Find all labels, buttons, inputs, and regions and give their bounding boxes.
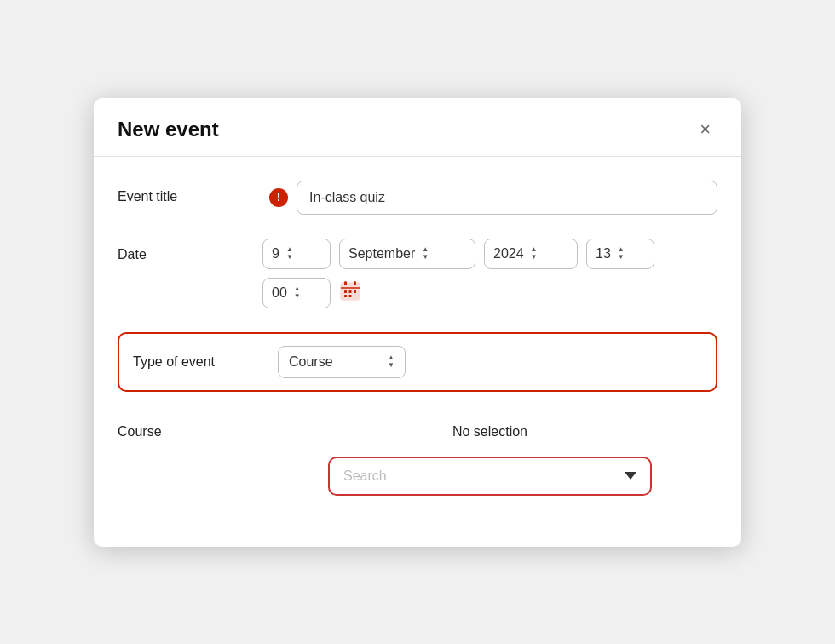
year-value: 2024 bbox=[493, 246, 524, 262]
close-button[interactable]: × bbox=[693, 117, 717, 142]
date-label: Date bbox=[118, 239, 262, 262]
event-title-row: Event title ! bbox=[118, 181, 717, 215]
hour-spinner[interactable]: 13 ▲ ▼ bbox=[586, 239, 654, 269]
type-of-event-arrows[interactable]: ▲ ▼ bbox=[388, 354, 394, 369]
calendar-icon[interactable] bbox=[339, 279, 361, 306]
new-event-dialog: New event × Event title ! Date 9 ▲ ▼ bbox=[94, 98, 741, 547]
svg-rect-1 bbox=[344, 281, 347, 285]
day-down-arrow[interactable]: ▼ bbox=[286, 254, 293, 261]
type-down-arrow[interactable]: ▼ bbox=[388, 362, 394, 369]
dialog-title: New event bbox=[118, 118, 219, 141]
svg-rect-5 bbox=[349, 290, 352, 293]
day-spinner[interactable]: 9 ▲ ▼ bbox=[262, 239, 331, 269]
month-down-arrow[interactable]: ▼ bbox=[422, 254, 429, 261]
month-arrows[interactable]: ▲ ▼ bbox=[422, 246, 429, 261]
event-title-input[interactable] bbox=[297, 181, 717, 215]
dialog-body: Event title ! Date 9 ▲ ▼ Sept bbox=[94, 157, 741, 547]
month-up-arrow[interactable]: ▲ bbox=[422, 246, 429, 253]
course-search-placeholder: Search bbox=[343, 469, 387, 484]
hour-arrows[interactable]: ▲ ▼ bbox=[618, 246, 625, 261]
type-of-event-select[interactable]: Course ▲ ▼ bbox=[278, 346, 406, 378]
hour-up-arrow[interactable]: ▲ bbox=[618, 246, 625, 253]
svg-rect-2 bbox=[354, 281, 356, 285]
course-label: Course bbox=[118, 416, 262, 440]
svg-rect-4 bbox=[344, 290, 347, 293]
minute-arrows[interactable]: ▲ ▼ bbox=[294, 285, 301, 300]
year-spinner[interactable]: 2024 ▲ ▼ bbox=[484, 239, 578, 269]
course-controls: No selection Search bbox=[262, 416, 717, 496]
svg-rect-6 bbox=[354, 290, 356, 293]
minute-down-arrow[interactable]: ▼ bbox=[294, 293, 301, 300]
day-value: 9 bbox=[272, 246, 279, 262]
event-title-label: Event title bbox=[118, 181, 262, 204]
error-icon: ! bbox=[269, 188, 288, 207]
type-up-arrow[interactable]: ▲ bbox=[388, 354, 394, 361]
course-search-dropdown[interactable]: Search bbox=[328, 457, 652, 496]
dropdown-arrow-icon bbox=[625, 472, 636, 480]
month-spinner[interactable]: September ▲ ▼ bbox=[339, 239, 475, 269]
day-up-arrow[interactable]: ▲ bbox=[286, 246, 293, 253]
type-of-event-label: Type of event bbox=[133, 354, 278, 370]
year-down-arrow[interactable]: ▼ bbox=[531, 254, 538, 261]
year-arrows[interactable]: ▲ ▼ bbox=[531, 246, 538, 261]
type-of-event-value: Course bbox=[289, 354, 333, 370]
svg-rect-7 bbox=[344, 295, 347, 297]
date-controls: 9 ▲ ▼ September ▲ ▼ 2024 bbox=[262, 239, 717, 308]
hour-down-arrow[interactable]: ▼ bbox=[618, 254, 625, 261]
course-no-selection: No selection bbox=[452, 416, 527, 440]
month-value: September bbox=[348, 246, 415, 262]
dialog-header: New event × bbox=[94, 98, 741, 157]
hour-value: 13 bbox=[596, 246, 611, 262]
type-of-event-highlighted-row: Type of event Course ▲ ▼ bbox=[118, 332, 717, 392]
year-up-arrow[interactable]: ▲ bbox=[531, 246, 538, 253]
minute-value: 00 bbox=[272, 285, 287, 301]
minute-up-arrow[interactable]: ▲ bbox=[294, 285, 301, 292]
date-row: Date 9 ▲ ▼ September ▲ ▼ bbox=[118, 239, 717, 308]
course-row: Course No selection Search bbox=[118, 416, 717, 496]
svg-rect-8 bbox=[349, 295, 352, 297]
minute-spinner[interactable]: 00 ▲ ▼ bbox=[262, 278, 331, 308]
day-arrows[interactable]: ▲ ▼ bbox=[286, 246, 293, 261]
